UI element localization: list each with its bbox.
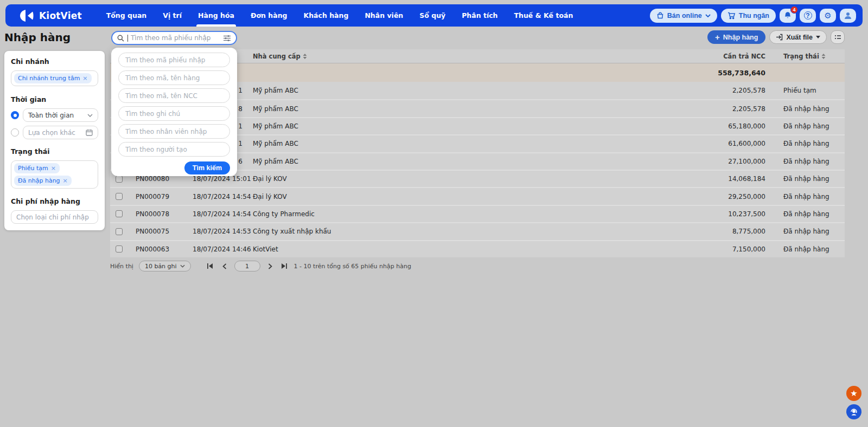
next-page-button[interactable] <box>266 263 275 269</box>
cell-supplier: Mỹ phẩm ABC <box>253 140 679 147</box>
nav-item-8[interactable]: Thuế & Kế toán <box>506 4 582 27</box>
header-status[interactable]: Trạng thái <box>765 53 845 60</box>
thu-ngan-button[interactable]: Thu ngân <box>721 9 776 23</box>
cell-status: Đã nhập hàng <box>765 245 845 253</box>
ban-online-label: Bán online <box>667 12 702 20</box>
row-checkbox[interactable] <box>116 193 123 200</box>
pagination-bar: Hiển thị 10 bản ghi 1 1 - 10 trên tổng s… <box>110 261 411 271</box>
cell-payable: 2,205,578 <box>679 87 765 94</box>
cell-time: 18/07/2024 15:01 <box>193 175 242 183</box>
search-input[interactable]: Tìm theo mã phiếu nhập <box>111 31 237 45</box>
cell-payable: 61,600,000 <box>679 140 765 147</box>
cell-code: PN000080 <box>136 175 193 183</box>
chevron-down-icon <box>816 36 820 38</box>
table-row[interactable]: PN00006318/07/2024 14:46KiotViet7,150,00… <box>110 240 845 257</box>
nav-item-5[interactable]: Nhân viên <box>356 4 411 27</box>
advanced-search-field-3[interactable] <box>118 106 230 121</box>
search-submit-button[interactable]: Tìm kiếm <box>184 161 230 174</box>
nav-item-0[interactable]: Tổng quan <box>98 4 155 27</box>
row-checkbox[interactable] <box>116 176 123 183</box>
status-chip-label: Phiếu tạm <box>18 165 48 172</box>
branch-filter-box[interactable]: Chi nhánh trung tâm× <box>11 70 98 86</box>
last-page-button[interactable] <box>280 263 289 269</box>
time-range-select[interactable]: Toàn thời gian <box>23 108 98 122</box>
plus-icon: + <box>715 33 720 42</box>
account-button[interactable] <box>840 9 856 23</box>
nav-item-4[interactable]: Khách hàng <box>296 4 357 27</box>
advanced-search-field-0[interactable] <box>118 53 230 67</box>
table-row[interactable]: PN00007518/07/2024 14:53Công ty xuất nhậ… <box>110 222 845 240</box>
cell-code: PN000078 <box>136 210 193 218</box>
time-range-value: Toàn thời gian <box>28 112 74 119</box>
nav-item-7[interactable]: Phân tích <box>454 4 506 27</box>
advanced-search-field-4[interactable] <box>118 124 230 139</box>
rating-fab-button[interactable]: ★ <box>846 386 861 401</box>
cell-payable: 10,237,500 <box>679 210 765 218</box>
status-filter-label: Trạng thái <box>11 147 98 156</box>
import-goods-button[interactable]: + Nhập hàng <box>707 30 765 44</box>
advanced-filter-icon[interactable] <box>223 35 231 42</box>
table-row[interactable]: PN00007818/07/2024 14:54Công ty Pharmedi… <box>110 205 845 222</box>
time-all-radio[interactable] <box>11 111 19 119</box>
thu-ngan-label: Thu ngân <box>739 12 769 20</box>
branch-filter-label: Chi nhánh <box>11 57 98 66</box>
column-settings-button[interactable] <box>831 30 845 44</box>
prev-page-button[interactable] <box>220 263 229 269</box>
list-columns-icon <box>834 34 841 40</box>
status-chip-0[interactable]: Phiếu tạm× <box>14 163 60 173</box>
page-size-select[interactable]: 10 bản ghi <box>139 261 191 271</box>
row-checkbox[interactable] <box>116 228 123 235</box>
nav-item-6[interactable]: Sổ quỹ <box>411 4 454 27</box>
header-supplier[interactable]: Nhà cung cấp <box>253 53 679 60</box>
gear-icon: ⚙ <box>824 11 831 20</box>
row-checkbox[interactable] <box>116 210 123 217</box>
ban-online-button[interactable]: Bán online <box>650 9 717 23</box>
branch-chip-0[interactable]: Chi nhánh trung tâm× <box>14 73 92 83</box>
settings-button[interactable]: ⚙ <box>820 9 836 23</box>
advanced-search-field-5[interactable] <box>118 142 230 157</box>
remove-chip-icon[interactable]: × <box>82 75 87 82</box>
bell-icon <box>784 11 792 20</box>
notification-badge: 4 <box>790 6 798 14</box>
table-row[interactable]: PN00007918/07/2024 14:54Đại lý KOV29,250… <box>110 187 845 204</box>
nav-item-2[interactable]: Hàng hóa <box>190 4 242 27</box>
status-chip-1[interactable]: Đã nhập hàng× <box>14 176 72 186</box>
first-page-button[interactable] <box>206 263 215 269</box>
cell-code: PN000063 <box>136 245 193 253</box>
chevron-down-icon <box>180 264 185 268</box>
chevron-down-icon <box>87 114 93 117</box>
help-button[interactable]: ? <box>800 9 816 23</box>
filter-sidebar: Chi nhánh Chi nhánh trung tâm× Thời gian… <box>4 51 105 230</box>
advanced-search-field-2[interactable] <box>118 88 230 103</box>
brand-logo[interactable]: KiotViet <box>20 9 82 22</box>
header-payable[interactable]: Cần trả NCC <box>679 53 765 60</box>
current-page-input[interactable]: 1 <box>234 261 260 271</box>
cell-status: Đã nhập hàng <box>765 193 845 200</box>
nav-item-1[interactable]: Vị trí <box>155 4 190 27</box>
status-filter-box[interactable]: Phiếu tạm×Đã nhập hàng× <box>11 160 98 189</box>
branch-chip-label: Chi nhánh trung tâm <box>18 75 80 82</box>
advanced-search-panel: Tìm kiếm <box>111 48 237 176</box>
remove-chip-icon[interactable]: × <box>63 177 68 184</box>
time-other-input[interactable]: Lựa chọn khác <box>23 126 98 139</box>
notifications-button[interactable]: 4 <box>780 9 796 23</box>
support-fab-button[interactable] <box>846 404 861 419</box>
export-file-button[interactable]: Xuất file <box>769 30 827 44</box>
export-file-label: Xuất file <box>786 34 813 41</box>
cost-type-input[interactable]: Chọn loại chi phí nhập <box>11 210 98 224</box>
cell-status: Đã nhập hàng <box>765 210 845 218</box>
cell-supplier: Công ty xuất nhập khẩu <box>253 228 679 235</box>
cell-payable: 14,068,184 <box>679 175 765 183</box>
nav-item-3[interactable]: Đơn hàng <box>242 4 296 27</box>
row-checkbox[interactable] <box>116 245 123 253</box>
sort-icon <box>821 54 826 59</box>
cell-status: Đã nhập hàng <box>765 105 845 113</box>
remove-chip-icon[interactable]: × <box>51 165 56 172</box>
main-menu: Tổng quanVị tríHàng hóaĐơn hàngKhách hàn… <box>98 4 582 27</box>
pagination-info: 1 - 10 trên tổng số 65 phiếu nhập hàng <box>294 263 411 270</box>
page-title: Nhập hàng <box>4 31 71 44</box>
time-other-radio[interactable] <box>11 128 19 137</box>
cell-code: PN000079 <box>136 193 193 200</box>
advanced-search-field-1[interactable] <box>118 70 230 85</box>
cell-status: Đã nhập hàng <box>765 175 845 183</box>
